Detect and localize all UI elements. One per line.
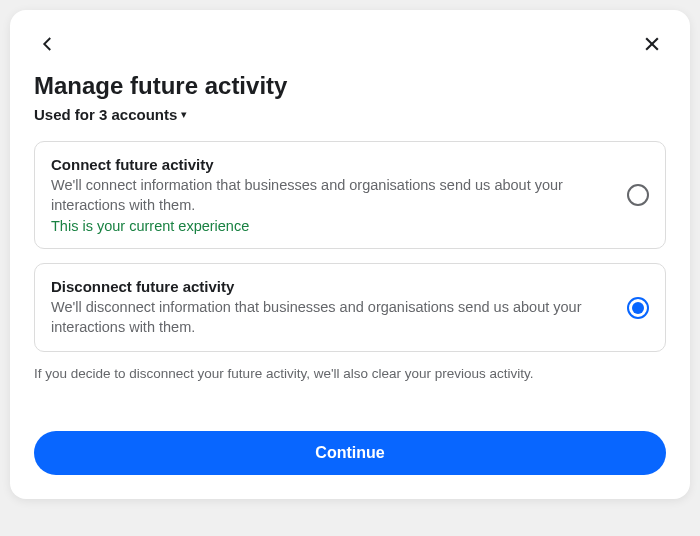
- info-text: If you decide to disconnect your future …: [34, 366, 666, 381]
- modal-header: [34, 30, 666, 58]
- option-disconnect-title: Disconnect future activity: [51, 278, 611, 295]
- radio-connect[interactable]: [627, 184, 649, 206]
- page-title: Manage future activity: [34, 72, 666, 100]
- close-button[interactable]: [638, 30, 666, 58]
- close-icon: [642, 34, 662, 54]
- back-button[interactable]: [34, 30, 62, 58]
- option-disconnect-text: Disconnect future activity We'll disconn…: [51, 278, 611, 337]
- option-connect-text: Connect future activity We'll connect in…: [51, 156, 611, 234]
- accounts-label: Used for 3 accounts: [34, 106, 177, 123]
- back-icon: [39, 35, 57, 53]
- option-disconnect[interactable]: Disconnect future activity We'll disconn…: [34, 263, 666, 352]
- accounts-dropdown[interactable]: Used for 3 accounts ▾: [34, 106, 666, 123]
- radio-disconnect[interactable]: [627, 297, 649, 319]
- continue-button[interactable]: Continue: [34, 431, 666, 475]
- option-connect-note: This is your current experience: [51, 218, 611, 234]
- option-connect-title: Connect future activity: [51, 156, 611, 173]
- chevron-down-icon: ▾: [181, 108, 187, 121]
- option-disconnect-desc: We'll disconnect information that busine…: [51, 298, 611, 337]
- option-connect[interactable]: Connect future activity We'll connect in…: [34, 141, 666, 249]
- option-connect-desc: We'll connect information that businesse…: [51, 176, 611, 215]
- manage-activity-modal: Manage future activity Used for 3 accoun…: [10, 10, 690, 499]
